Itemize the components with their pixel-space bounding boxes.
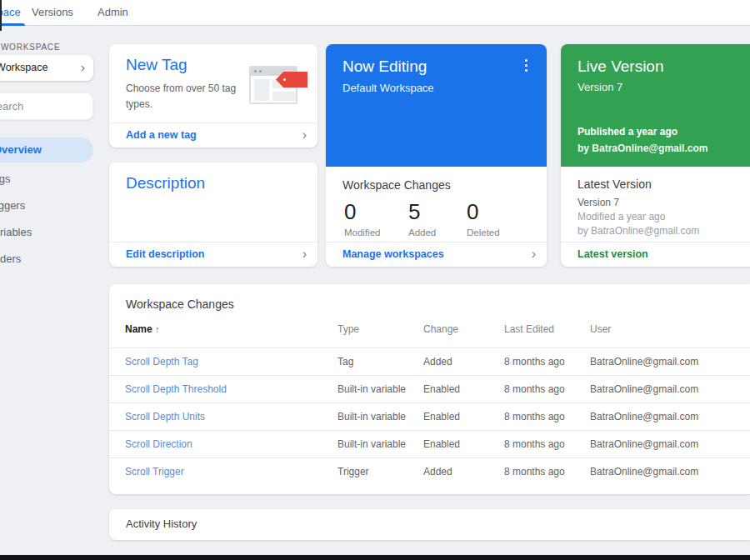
- table-row: Scroll Depth Threshold Built-in variable…: [109, 375, 750, 402]
- add-new-tag-link[interactable]: Add a new tag: [126, 123, 197, 148]
- change-item-type: Trigger: [338, 458, 369, 485]
- tab-versions[interactable]: Versions: [32, 0, 73, 26]
- chevron-right-icon: ›: [302, 242, 307, 265]
- live-version-card: Live Version Version 7 Published a year …: [561, 44, 750, 267]
- change-item-link[interactable]: Scroll Depth Tag: [125, 356, 198, 368]
- latest-version-heading: Latest Version: [578, 178, 750, 191]
- description-title: Description: [126, 174, 301, 192]
- live-version-subtitle: Version 7: [578, 81, 750, 93]
- change-item-change: Added: [423, 458, 452, 485]
- change-item-last-edited: 8 months ago: [504, 348, 565, 375]
- change-item-change: Enabled: [423, 403, 460, 430]
- workspace-selector[interactable]: Default Workspace ›: [0, 55, 93, 81]
- latest-version-number: Version 7: [578, 197, 750, 208]
- window-bottom-edge: [0, 555, 750, 560]
- change-item-link[interactable]: Scroll Direction: [125, 438, 192, 450]
- activity-history-title: Activity History: [109, 509, 750, 539]
- table-title: Workspace Changes: [109, 284, 750, 323]
- now-editing-subtitle: Default Workspace: [342, 82, 530, 94]
- stat-added-value: 5: [408, 199, 436, 225]
- table-row: Scroll Depth Units Built-in variable Ena…: [109, 402, 750, 430]
- change-item-user: BatraOnline@gmail.com: [590, 403, 698, 430]
- change-item-last-edited: 8 months ago: [504, 458, 565, 485]
- stat-added-label: Added: [408, 228, 436, 238]
- sort-ascending-icon: ↑: [155, 324, 160, 334]
- table-row: Scroll Depth Tag Tag Added 8 months ago …: [109, 348, 750, 375]
- change-item-link[interactable]: Scroll Trigger: [125, 466, 184, 478]
- latest-version-block: Latest Version Version 7 Modified a year…: [561, 167, 750, 237]
- change-item-last-edited: 8 months ago: [504, 403, 565, 430]
- sidebar-item-triggers[interactable]: Triggers: [0, 199, 25, 212]
- change-item-type: Built-in variable: [338, 431, 406, 458]
- modified-by: by BatraOnline@gmail.com: [578, 225, 750, 237]
- change-item-link[interactable]: Scroll Depth Threshold: [125, 383, 227, 395]
- description-card: Description Edit description ›: [109, 162, 318, 267]
- sidebar-item-overview[interactable]: Overview: [0, 138, 93, 162]
- sidebar-item-variables[interactable]: Variables: [0, 226, 32, 238]
- stat-deleted: 0 Deleted: [467, 199, 500, 238]
- new-tag-description: Choose from over 50 tag types.: [126, 81, 238, 112]
- workspace-changes-heading: Workspace Changes: [342, 178, 530, 192]
- tab-admin[interactable]: Admin: [98, 0, 128, 26]
- latest-version-link[interactable]: Latest version: [578, 242, 648, 267]
- top-nav: Workspace Versions Admin: [0, 0, 750, 26]
- workspace-selector-value: Default Workspace: [0, 55, 48, 81]
- tab-workspace[interactable]: Workspace: [0, 0, 21, 26]
- change-item-last-edited: 8 months ago: [504, 376, 565, 402]
- change-item-link[interactable]: Scroll Depth Units: [125, 411, 205, 422]
- stat-modified-value: 0: [344, 199, 380, 225]
- column-header-change[interactable]: Change: [423, 323, 458, 335]
- search-input[interactable]: [0, 93, 92, 119]
- change-item-change: Enabled: [423, 431, 460, 458]
- column-header-name[interactable]: Name ↑: [125, 323, 160, 335]
- now-editing-title: Now Editing: [342, 58, 530, 76]
- manage-workspaces-link[interactable]: Manage workspaces: [342, 242, 444, 267]
- stat-added: 5 Added: [408, 199, 436, 238]
- sidebar-item-tags[interactable]: Tags: [0, 172, 10, 185]
- active-tab-underline: [0, 23, 25, 26]
- activity-history-card: Activity History: [109, 509, 750, 540]
- window-edge: [0, 0, 2, 31]
- change-item-user: BatraOnline@gmail.com: [590, 431, 698, 458]
- description-footer: Edit description ›: [109, 242, 318, 267]
- current-workspace-label: CURRENT WORKSPACE: [0, 42, 60, 52]
- gtm-workspace-page: Workspace Versions Admin CURRENT WORKSPA…: [0, 0, 750, 560]
- new-tag-footer: Add a new tag ›: [109, 122, 318, 148]
- table-row: Scroll Trigger Trigger Added 8 months ag…: [109, 458, 750, 485]
- change-item-type: Built-in variable: [338, 403, 406, 430]
- table-header: Name ↑ Type Change Last Edited User: [109, 323, 750, 348]
- change-item-last-edited: 8 months ago: [504, 431, 565, 458]
- live-version-footer: Latest version: [561, 242, 750, 267]
- column-header-user[interactable]: User: [590, 323, 611, 335]
- chevron-right-icon: ›: [81, 55, 85, 79]
- published-by: by BatraOnline@gmail.com: [578, 141, 708, 158]
- table-body: Scroll Depth Tag Tag Added 8 months ago …: [109, 348, 750, 485]
- chevron-right-icon: ›: [532, 242, 536, 265]
- change-item-change: Added: [423, 348, 452, 375]
- kebab-menu-icon[interactable]: [520, 58, 533, 73]
- sidebar-search: [0, 92, 93, 120]
- column-header-last-edited[interactable]: Last Edited: [504, 323, 554, 335]
- new-tag-card: New Tag Choose from over 50 tag types. A…: [109, 44, 318, 148]
- stat-deleted-value: 0: [467, 199, 500, 225]
- table-row: Scroll Direction Built-in variable Enabl…: [109, 430, 750, 458]
- stat-modified-label: Modified: [344, 228, 380, 238]
- sidebar-item-folders[interactable]: Folders: [0, 252, 21, 265]
- workspace-changes-table-card: Workspace Changes Name ↑ Type Change Las…: [109, 284, 750, 494]
- column-header-type[interactable]: Type: [338, 323, 359, 335]
- change-item-type: Built-in variable: [338, 376, 406, 402]
- published-line: Published a year ago: [578, 124, 708, 141]
- now-editing-footer: Manage workspaces ›: [326, 242, 547, 267]
- now-editing-card: Now Editing Default Workspace Workspace …: [326, 44, 547, 267]
- sidebar: CURRENT WORKSPACE Default Workspace › Ov…: [0, 26, 109, 560]
- change-item-user: BatraOnline@gmail.com: [590, 458, 698, 485]
- live-version-header: Live Version Version 7 Published a year …: [561, 44, 750, 167]
- live-version-title: Live Version: [578, 58, 750, 76]
- stat-deleted-label: Deleted: [467, 228, 500, 238]
- now-editing-header: Now Editing Default Workspace: [326, 44, 547, 167]
- change-item-user: BatraOnline@gmail.com: [590, 376, 698, 402]
- stat-modified: 0 Modified: [344, 199, 380, 238]
- modified-line: Modified a year ago: [578, 211, 750, 222]
- edit-description-link[interactable]: Edit description: [126, 242, 204, 267]
- workspace-changes-summary: Workspace Changes 0 Modified 5 Added 0 D…: [326, 167, 547, 249]
